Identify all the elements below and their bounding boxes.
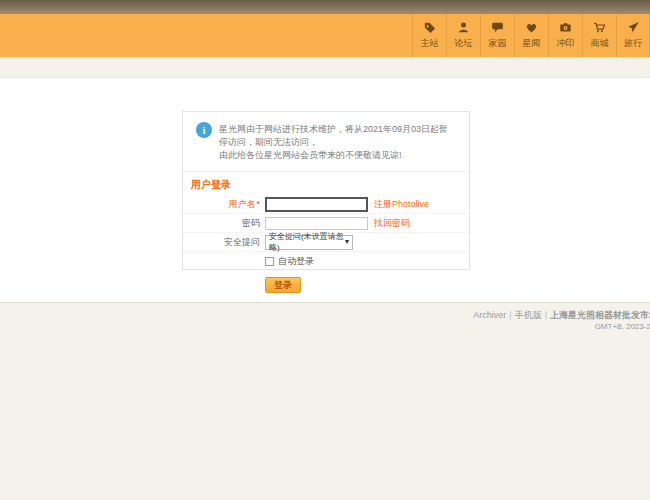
plane-icon <box>627 21 640 34</box>
tag-icon <box>423 21 436 34</box>
speech-bubble-icon <box>491 21 504 34</box>
nav-item-label: 商城 <box>591 37 609 50</box>
autologin-checkbox[interactable] <box>265 257 274 266</box>
archiver-link[interactable]: Archiver <box>473 310 506 320</box>
security-question-label: 安全提问 <box>193 236 265 249</box>
notice-line-1: 星光网由于网站进行技术维护，将从2021年09月03日起暂停访问，期间无法访问， <box>219 123 457 149</box>
submit-row: 登录 <box>183 271 469 297</box>
top-nav: 主站论坛家园星闻冲印商城旅行 <box>0 14 650 57</box>
security-question-row: 安全提问 安全提问(未设置请忽略) ▾ <box>183 233 469 252</box>
main-content: i 星光网由于网站进行技术维护，将从2021年09月03日起暂停访问，期间无法访… <box>0 78 650 302</box>
maintenance-notice-text: 星光网由于网站进行技术维护，将从2021年09月03日起暂停访问，期间无法访问，… <box>219 122 457 162</box>
username-row: 用户名* 注册Photolive <box>183 195 469 214</box>
security-question-selected: 安全提问(未设置请忽略) <box>269 231 345 253</box>
nav-item-label: 主站 <box>421 37 439 50</box>
login-panel: i 星光网由于网站进行技术维护，将从2021年09月03日起暂停访问，期间无法访… <box>182 111 470 270</box>
register-link[interactable]: 注册Photolive <box>374 198 429 211</box>
chevron-down-icon: ▾ <box>345 238 349 246</box>
person-icon <box>457 21 470 34</box>
autologin-label: 自动登录 <box>278 255 314 268</box>
password-input[interactable] <box>265 217 368 230</box>
username-label: 用户名* <box>193 198 265 211</box>
site-name-link[interactable]: 上海星光照相器材批发市场 <box>550 310 650 320</box>
footer-links-line: Archiver|手机版|上海星光照相器材批发市场 <box>473 309 650 321</box>
mobile-version-link[interactable]: 手机版 <box>515 310 542 320</box>
nav-item-travel[interactable]: 旅行 <box>616 14 650 57</box>
heart-icon <box>525 21 538 34</box>
camera-icon <box>559 21 572 34</box>
maintenance-notice: i 星光网由于网站进行技术维护，将从2021年09月03日起暂停访问，期间无法访… <box>183 112 469 169</box>
timezone-text: GMT+8, 2023-2-2 <box>473 321 650 333</box>
footer-text: Archiver|手机版|上海星光照相器材批发市场 GMT+8, 2023-2-… <box>473 309 650 333</box>
nav-item-main[interactable]: 主站 <box>412 14 446 57</box>
login-button[interactable]: 登录 <box>265 277 301 293</box>
nav-item-mall[interactable]: 商城 <box>582 14 616 57</box>
forgot-password-link[interactable]: 找回密码 <box>374 217 410 230</box>
nav-item-label: 冲印 <box>557 37 575 50</box>
nav-item-label: 家园 <box>489 37 507 50</box>
nav-item-label: 论坛 <box>455 37 473 50</box>
info-icon: i <box>196 122 212 138</box>
notice-line-2: 由此给各位星光网站会员带来的不便敬请见谅! <box>219 149 457 162</box>
nav-item-label: 旅行 <box>624 37 642 50</box>
nav-item-print[interactable]: 冲印 <box>548 14 582 57</box>
nav-item-label: 星闻 <box>523 37 541 50</box>
login-title: 用户登录 <box>183 172 469 195</box>
username-input[interactable] <box>265 197 368 212</box>
security-question-select[interactable]: 安全提问(未设置请忽略) ▾ <box>265 235 353 250</box>
top-brown-bar <box>0 0 650 14</box>
nav-item-home[interactable]: 家园 <box>480 14 514 57</box>
password-label: 密码 <box>193 217 265 230</box>
nav-item-news[interactable]: 星闻 <box>514 14 548 57</box>
autologin-row: 自动登录 <box>183 252 469 271</box>
page-footer: Archiver|手机版|上海星光照相器材批发市场 GMT+8, 2023-2-… <box>0 302 650 500</box>
header-spacer <box>0 57 650 78</box>
nav-item-forum[interactable]: 论坛 <box>446 14 480 57</box>
cart-icon <box>593 21 606 34</box>
required-asterisk: * <box>256 199 260 209</box>
